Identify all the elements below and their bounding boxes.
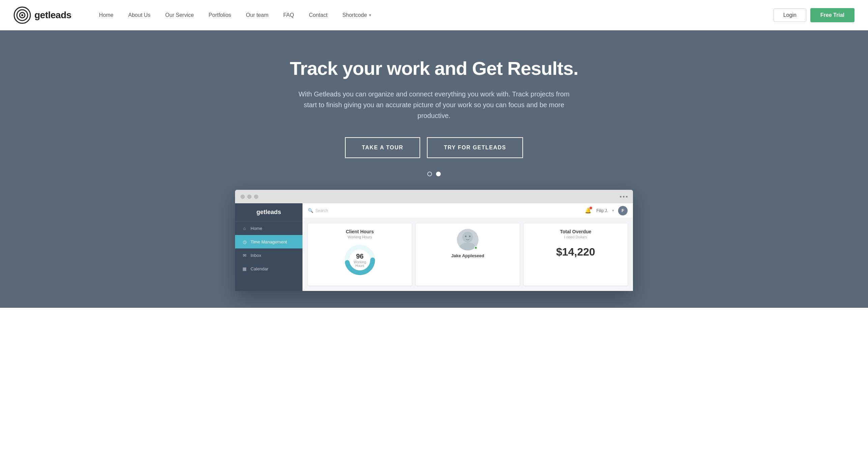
user-name-label: Filip J. <box>596 208 608 213</box>
browser-maximize-dot <box>254 195 258 199</box>
dash-sidebar-item-time-management[interactable]: ◷ Time Management <box>235 235 302 248</box>
chevron-down-icon: ▼ <box>368 0 372 30</box>
donut-value: 96 <box>351 253 368 260</box>
dash-sidebar: getleads ⌂ Home ◷ Time Management ✉ Inbo… <box>235 203 302 291</box>
hero-title: Track your work and Get Results. <box>290 57 578 79</box>
donut-label: Working Hours <box>351 260 368 268</box>
nav-item-home[interactable]: Home <box>92 0 121 30</box>
take-tour-button[interactable]: TAKE A TOUR <box>345 137 420 158</box>
notification-dot <box>589 207 592 209</box>
donut-center: 96 Working Hours <box>351 253 368 268</box>
nav-item-about-us[interactable]: About Us <box>121 0 158 30</box>
donut-chart-wrap: 96 Working Hours <box>313 243 406 277</box>
free-trial-button[interactable]: Free Trial <box>810 8 855 22</box>
dash-topbar-right: 🔔 Filip J. ▼ F <box>583 206 628 215</box>
dash-main: 🔍 Search 🔔 Filip J. ▼ F <box>302 203 633 291</box>
svg-point-6 <box>462 232 473 242</box>
navbar-actions: Login Free Trial <box>774 8 855 22</box>
svg-point-8 <box>465 236 467 237</box>
person-online-indicator <box>474 246 478 249</box>
nav-item-our-service[interactable]: Our Service <box>158 0 201 30</box>
nav-item-portfolios[interactable]: Portfolios <box>201 0 239 30</box>
login-button[interactable]: Login <box>774 8 806 22</box>
dash-topbar: 🔍 Search 🔔 Filip J. ▼ F <box>302 203 633 218</box>
user-avatar[interactable]: F <box>618 206 628 215</box>
hero-subtitle: With Getleads you can organize and conne… <box>296 89 572 121</box>
dash-sidebar-item-calendar[interactable]: ▦ Calendar <box>235 262 302 275</box>
browser-minimize-dot <box>247 195 252 199</box>
carousel-dot-2[interactable] <box>436 172 441 176</box>
browser-bar <box>235 190 633 203</box>
svg-point-3 <box>21 14 23 16</box>
total-overdue-title: Total Overdue <box>529 229 622 234</box>
logo-icon <box>13 6 31 24</box>
person-avatar-wrap <box>457 229 479 250</box>
dash-search-area: 🔍 Search <box>308 208 580 213</box>
dashboard-preview: getleads ⌂ Home ◷ Time Management ✉ Inbo… <box>235 190 633 291</box>
navbar: getleads Home About Us Our Service Portf… <box>0 0 868 30</box>
client-hours-title: Client Hours <box>313 229 406 234</box>
nav-item-shortcode[interactable]: Shortcode ▼ <box>335 0 379 30</box>
donut-chart: 96 Working Hours <box>343 243 377 277</box>
brand-logo[interactable]: getleads <box>13 6 71 24</box>
dash-sidebar-item-home[interactable]: ⌂ Home <box>235 221 302 235</box>
person-card: Jake Appleseed <box>416 224 520 286</box>
dashboard-body: getleads ⌂ Home ◷ Time Management ✉ Inbo… <box>235 203 633 291</box>
inbox-icon: ✉ <box>242 253 247 258</box>
svg-point-9 <box>469 236 471 237</box>
person-name: Jake Appleseed <box>451 253 484 258</box>
client-hours-subtitle: Working Hours <box>313 235 406 239</box>
chevron-down-icon: ▼ <box>611 209 615 212</box>
search-placeholder: Search <box>315 208 328 213</box>
browser-window-controls <box>240 195 258 199</box>
dash-brand-name: getleads <box>235 203 302 221</box>
carousel-dot-1[interactable] <box>427 172 432 176</box>
browser-menu-icon <box>620 196 628 198</box>
calendar-icon: ▦ <box>242 266 247 271</box>
dash-sidebar-item-inbox[interactable]: ✉ Inbox <box>235 248 302 262</box>
search-icon: 🔍 <box>308 208 313 213</box>
brand-name: getleads <box>34 10 71 21</box>
nav-links: Home About Us Our Service Portfolios Our… <box>92 0 774 30</box>
nav-item-contact[interactable]: Contact <box>301 0 335 30</box>
total-overdue-value: $14,220 <box>529 246 622 258</box>
browser-close-dot <box>240 195 245 199</box>
total-overdue-card: Total Overdue I need Dollars $14,220 <box>524 224 628 286</box>
home-icon: ⌂ <box>242 226 247 231</box>
nav-item-faq[interactable]: FAQ <box>276 0 301 30</box>
try-getleads-button[interactable]: TRY FOR GETLEADS <box>427 137 523 158</box>
svg-point-7 <box>459 242 476 250</box>
dash-cards: Client Hours Working Hours 96 Worki <box>302 218 633 291</box>
client-hours-card: Client Hours Working Hours 96 Worki <box>308 224 412 286</box>
notification-bell[interactable]: 🔔 <box>583 206 593 215</box>
hero-buttons: TAKE A TOUR TRY FOR GETLEADS <box>345 137 523 158</box>
hero-carousel-dots <box>427 172 441 176</box>
clock-icon: ◷ <box>242 239 247 244</box>
total-overdue-subtitle: I need Dollars <box>529 235 622 239</box>
nav-item-our-team[interactable]: Our team <box>238 0 276 30</box>
hero-section: Track your work and Get Results. With Ge… <box>0 30 868 308</box>
